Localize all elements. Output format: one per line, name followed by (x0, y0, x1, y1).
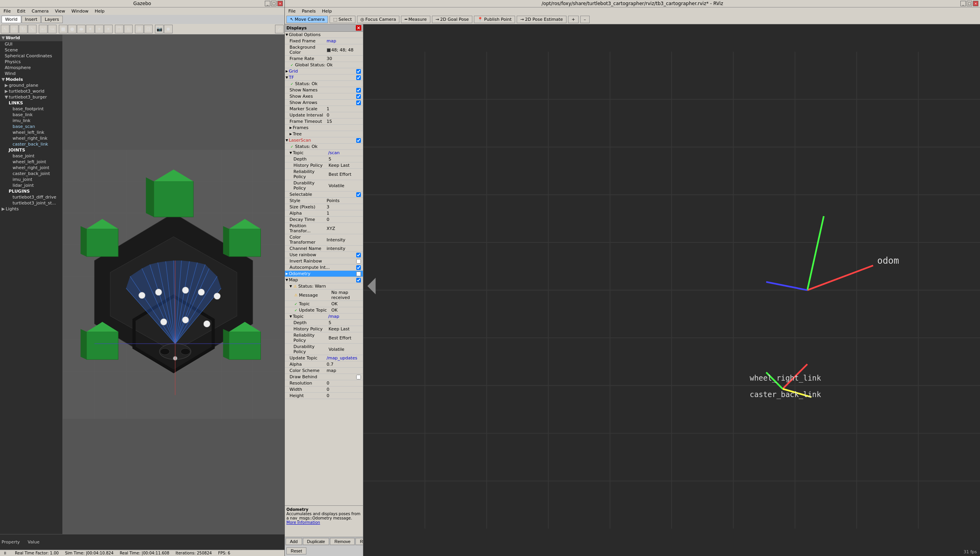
map-history-row[interactable]: History Policy Keep Last (285, 326, 363, 332)
tf-expand[interactable]: ▼ (286, 76, 288, 79)
add-tool-btn[interactable]: + (568, 16, 579, 23)
rviz-maximize-btn[interactable]: □ (967, 1, 972, 6)
paste-btn[interactable]: ⎗ (124, 25, 133, 33)
color-transformer-row[interactable]: Color Transformer Intensity (285, 234, 363, 246)
grid-expand[interactable]: ▶ (286, 69, 288, 73)
focus-camera-btn[interactable]: ◎ Focus Camera (357, 16, 400, 23)
cylinder-btn[interactable]: ⬬ (77, 25, 86, 33)
sidebar-imu-link[interactable]: imu_link (0, 118, 62, 124)
sidebar-scene[interactable]: Scene (0, 47, 62, 53)
displays-close-btn[interactable]: × (356, 25, 361, 31)
scan-durability-row[interactable]: Durability Policy Volatile (285, 180, 363, 191)
show-names-row[interactable]: Show Names (285, 87, 363, 93)
odometry-checkbox[interactable] (356, 272, 361, 276)
global-options-row[interactable]: ▼ Global Options (285, 32, 363, 38)
dirlight-btn[interactable]: ☀ (104, 25, 113, 33)
show-axes-checkbox[interactable] (356, 94, 361, 99)
gazebo-menu-window[interactable]: Window (68, 8, 91, 15)
remove-tool-btn[interactable]: – (580, 16, 590, 23)
gazebo-menu-view[interactable]: View (52, 8, 68, 15)
map-status-expand[interactable]: ▼ (290, 284, 292, 288)
laserscan-row[interactable]: ▼ LaserScan (285, 137, 363, 144)
tab-insert[interactable]: Insert (22, 16, 41, 23)
use-rainbow-checkbox[interactable] (356, 253, 361, 257)
rotate-tool-btn[interactable]: ↻ (19, 25, 27, 33)
color-scheme-row[interactable]: Color Scheme map (285, 368, 363, 374)
tree-expand[interactable]: ▶ (290, 132, 292, 136)
rename-display-btn[interactable]: Rename (355, 538, 363, 545)
odometry-row[interactable]: ▶ Odometry (285, 271, 363, 277)
odometry-expand[interactable]: ▶ (286, 272, 288, 275)
sidebar-physics[interactable]: Physics (0, 59, 62, 65)
map-reliability-row[interactable]: Reliability Policy Best Effort (285, 332, 363, 344)
goal-pose-btn[interactable]: → 2D Goal Pose (432, 16, 472, 23)
scan-history-row[interactable]: History Policy Keep Last (285, 162, 363, 169)
select-tool-btn[interactable]: ↖ (1, 25, 9, 33)
sidebar-lidar-joint[interactable]: lidar_joint (0, 182, 62, 188)
select-btn[interactable]: ⬚ Select (330, 16, 355, 23)
rviz-minimize-btn[interactable]: _ (960, 1, 966, 6)
gazebo-menu-camera[interactable]: Camera (29, 8, 52, 15)
map-durability-row[interactable]: Durability Policy Volatile (285, 344, 363, 355)
sidebar-wheel-left-link[interactable]: wheel_left_link (0, 129, 62, 135)
publish-point-btn[interactable]: 📍 Publish Point (474, 16, 515, 23)
marker-scale-row[interactable]: Marker Scale 1 (285, 106, 363, 112)
resolution-row[interactable]: Resolution 0 (285, 380, 363, 386)
map-checkbox[interactable] (356, 278, 361, 283)
pointlight-btn[interactable]: ✦ (86, 25, 95, 33)
sphere-btn[interactable]: ● (68, 25, 77, 33)
map-topic-row[interactable]: ▼ Topic /map (285, 314, 363, 320)
add-display-btn[interactable]: Add (286, 538, 302, 545)
map-alpha-row[interactable]: Alpha 0.7 (285, 361, 363, 368)
map-update-topic-row[interactable]: Update Topic /map_updates (285, 355, 363, 361)
undo-btn[interactable]: ↩ (39, 25, 47, 33)
sidebar-wheel-left-joint[interactable]: wheel_left_joint (0, 159, 62, 165)
tf-row[interactable]: ▼ TF (285, 75, 363, 81)
map-topic-ok-row[interactable]: ✓ Topic OK (285, 301, 363, 307)
rviz-menu-help[interactable]: Help (319, 8, 335, 15)
sidebar-spherical-coords[interactable]: Spherical Coordinates (0, 53, 62, 59)
position-transf-row[interactable]: Position Transfor... XYZ (285, 223, 363, 234)
pause-icon[interactable]: ⏸ (3, 551, 7, 555)
background-color-row[interactable]: Background Color 48; 48; 48 (285, 44, 363, 56)
frames-expand[interactable]: ▶ (290, 126, 292, 129)
translate-tool-btn[interactable]: ✛ (10, 25, 18, 33)
size-pixels-row[interactable]: Size (Pixels) 3 (285, 204, 363, 210)
rviz-menu-file[interactable]: File (285, 8, 299, 15)
rviz-menu-panels[interactable]: Panels (299, 8, 319, 15)
sidebar-lights[interactable]: ▶Lights (0, 206, 62, 212)
gazebo-viewport[interactable] (63, 35, 284, 534)
laserscan-status-row[interactable]: ✓ Status: Ok (285, 144, 363, 150)
copy-btn[interactable]: ❐ (115, 25, 124, 33)
grid-checkbox[interactable] (356, 69, 361, 74)
selectable-checkbox[interactable] (356, 192, 361, 197)
gazebo-menu-edit[interactable]: Edit (14, 8, 28, 15)
remove-display-btn[interactable]: Remove (330, 538, 355, 545)
sidebar-turtlebot3-world[interactable]: ▶turtlebot3_world (0, 88, 62, 94)
gazebo-menu-help[interactable]: Help (91, 8, 107, 15)
tf-status-row[interactable]: ✓ Status: Ok (285, 81, 363, 87)
alpha-row[interactable]: Alpha 1 (285, 210, 363, 217)
gazebo-maximize-btn[interactable]: □ (271, 1, 277, 6)
grid-row[interactable]: ▶ Grid (285, 68, 363, 75)
sidebar-caster-back-link[interactable]: caster_back_link (0, 141, 62, 147)
frame-rate-row[interactable]: Frame Rate 30 (285, 56, 363, 62)
laserscan-checkbox[interactable] (356, 138, 361, 143)
map-row[interactable]: ▼ Map (285, 277, 363, 283)
sidebar-joint-state[interactable]: turtlebot3_joint_st... (0, 200, 62, 206)
channel-name-row[interactable]: Channel Name intensity (285, 246, 363, 252)
update-interval-row[interactable]: Update Interval 0 (285, 112, 363, 118)
move-camera-btn[interactable]: ↖ Move Camera (286, 16, 328, 23)
tab-world[interactable]: World (2, 16, 21, 23)
sidebar-imu-joint[interactable]: imu_joint (0, 177, 62, 182)
map-update-topic-ok-row[interactable]: ✓ Update Topic OK (285, 307, 363, 314)
sidebar-base-joint[interactable]: base_joint (0, 153, 62, 159)
sidebar-ground-plane[interactable]: ▶ground_plane (0, 82, 62, 88)
tree-row[interactable]: ▶ Tree (285, 131, 363, 137)
pose-estimate-btn[interactable]: → 2D Pose Estimate (517, 16, 567, 23)
show-arrows-row[interactable]: Show Arrows (285, 100, 363, 106)
sidebar-turtlebot3-burger[interactable]: ▼turtlebot3_burger (0, 94, 62, 100)
global-status-row[interactable]: ✓ Global Status: Ok (285, 62, 363, 68)
show-arrows-checkbox[interactable] (356, 100, 361, 105)
laserscan-topic-row[interactable]: ▼ Topic /scan (285, 150, 363, 156)
